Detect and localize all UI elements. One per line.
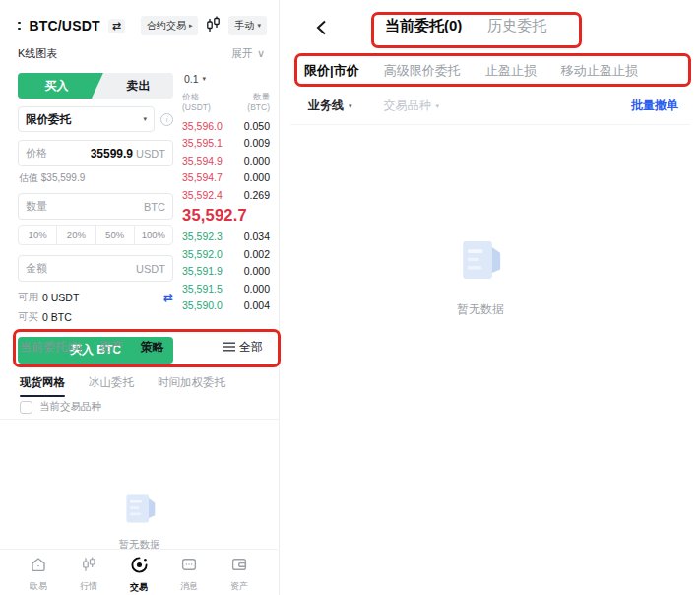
caret-down-icon: ▾	[349, 102, 352, 110]
available-label: 可用	[18, 291, 38, 304]
nav-home-label: 欧易	[30, 580, 47, 593]
tab-current-orders[interactable]: 当前委托(0)	[385, 17, 462, 35]
business-line-label: 业务线	[308, 98, 344, 114]
instrument-label: 交易品种	[384, 98, 431, 114]
can-buy-value: 0 BTC	[42, 311, 72, 323]
caret-down-icon: ▾	[436, 102, 440, 110]
bid-row[interactable]: 35,592.00.002	[182, 245, 270, 263]
percent-10-button[interactable]: 10%	[19, 226, 56, 244]
active-tab-underline	[20, 395, 65, 397]
bid-row[interactable]: 35,592.30.034	[182, 229, 270, 246]
total-unit: USDT	[136, 263, 165, 275]
buy-sell-tabs: 买入 卖出	[18, 73, 173, 99]
instrument-dropdown[interactable]: 交易品种 ▾	[384, 98, 440, 114]
manual-mode-dropdown[interactable]: 手动 ▾	[228, 16, 267, 35]
tab-buy[interactable]: 买入	[18, 73, 103, 99]
empty-doc-icon	[120, 491, 159, 530]
ask-row[interactable]: 35,592.40.269	[182, 186, 270, 204]
empty-state: 暂无数据	[281, 236, 680, 318]
empty-doc-icon	[455, 236, 506, 288]
all-filter-button[interactable]: 全部	[223, 339, 263, 356]
menu-icon[interactable]	[18, 22, 21, 30]
total-field[interactable]: 金额 USDT	[18, 255, 173, 282]
percent-100-button[interactable]: 100%	[134, 226, 172, 244]
info-icon[interactable]: i	[160, 113, 173, 126]
trade-area: 买入 卖出 限价委托 ▾ i 价格 35599.9 USDT	[18, 73, 270, 364]
tab-strategy[interactable]: 策略	[141, 339, 164, 356]
precision-dropdown[interactable]: 0.1 ▾	[182, 73, 270, 85]
order-form: 买入 卖出 限价委托 ▾ i 价格 35599.9 USDT	[18, 73, 173, 364]
all-filter-label: 全部	[239, 339, 263, 356]
asks-list: 35,596.00.050 35,595.10.009 35,594.90.00…	[182, 117, 270, 204]
checkbox-label: 当前交易品种	[39, 400, 101, 414]
nav-home[interactable]: 欧易	[22, 556, 55, 595]
tab-history-orders[interactable]: 历史委托	[487, 17, 546, 35]
tab-spot-grid[interactable]: 现货网格	[20, 375, 65, 397]
nav-trade[interactable]: 交易	[122, 556, 156, 595]
tab-iceberg[interactable]: 冰山委托	[89, 375, 134, 397]
contract-trade-label: 合约交易	[147, 19, 186, 33]
kline-label: K线图表	[18, 46, 57, 61]
order-type-tabs: 限价|市价 高级限价委托 止盈止损 移动止盈止损	[304, 62, 638, 80]
chevron-down-icon: ∨	[257, 47, 265, 60]
orders-panel: 当前委托(0) 历史委托 限价|市价 高级限价委托 止盈止损 移动止盈止损 业务…	[281, 0, 700, 595]
tab-sell[interactable]: 卖出	[103, 73, 173, 99]
candlestick-icon[interactable]	[206, 16, 221, 36]
trading-app: BTC/USDT ⇄ 合约交易 ▸ 手动 ▾ K线图表 展开 ∨	[0, 0, 700, 595]
total-label: 金额	[26, 261, 47, 276]
batch-cancel-button[interactable]: 批量撤单	[631, 98, 678, 114]
last-price[interactable]: 35,592.7	[182, 206, 270, 225]
nav-assets[interactable]: 资产	[223, 556, 256, 595]
checkbox-unchecked[interactable]	[20, 401, 32, 414]
expand-chart-button[interactable]: 展开 ∨	[231, 46, 265, 61]
caret-down-icon: ▾	[257, 22, 261, 30]
swap-pair-icon[interactable]: ⇄	[108, 19, 125, 33]
divider	[290, 124, 690, 125]
tab-assets[interactable]: 资产	[99, 339, 123, 356]
ask-row[interactable]: 35,596.00.050	[182, 117, 270, 135]
divider	[0, 419, 279, 420]
amount-field[interactable]: 数量 BTC	[18, 193, 173, 220]
buy-tab-label: 买入	[44, 78, 76, 95]
bid-row[interactable]: 35,590.00.004	[182, 298, 270, 315]
price-field[interactable]: 价格 35599.9 USDT	[18, 140, 173, 166]
tab-twap[interactable]: 时间加权委托	[158, 375, 225, 397]
home-icon	[30, 556, 47, 577]
estimated-value: 估值 $35,599.9	[18, 171, 173, 185]
nav-trade-label: 交易	[130, 581, 148, 594]
percent-20-button[interactable]: 20%	[56, 226, 95, 244]
nav-messages[interactable]: 消息	[172, 556, 206, 595]
nav-markets[interactable]: 行情	[72, 556, 105, 595]
ask-row[interactable]: 35,594.70.000	[182, 169, 270, 187]
tab-advanced-limit[interactable]: 高级限价委托	[384, 62, 461, 80]
markets-icon	[80, 556, 97, 577]
tab-limit-market[interactable]: 限价|市价	[304, 62, 359, 80]
chevron-right-icon: ▸	[189, 22, 193, 30]
business-line-dropdown[interactable]: 业务线 ▾	[308, 98, 352, 114]
precision-value: 0.1	[184, 73, 199, 85]
can-buy-row: 可买 0 BTC	[18, 310, 173, 324]
transfer-icon[interactable]: ⇄	[163, 291, 173, 304]
bid-row[interactable]: 35,591.50.000	[182, 280, 270, 298]
pair-title[interactable]: BTC/USDT	[29, 18, 99, 33]
amount-label: 数量	[26, 199, 47, 214]
percent-50-button[interactable]: 50%	[95, 226, 134, 244]
percent-buttons: 10% 20% 50% 100%	[18, 225, 173, 245]
price-unit: USDT	[136, 148, 165, 160]
caret-down-icon: ▾	[203, 75, 207, 83]
tab-current-orders[interactable]: 当前委托(0)	[20, 339, 82, 356]
left-trade-panel: BTC/USDT ⇄ 合约交易 ▸ 手动 ▾ K线图表 展开 ∨	[0, 0, 280, 595]
amount-unit: BTC	[144, 201, 165, 213]
bottom-navigation: 欧易 行情 交易 消息 资产	[0, 549, 278, 595]
contract-trade-button[interactable]: 合约交易 ▸	[141, 16, 199, 35]
can-buy-label: 可买	[18, 310, 38, 324]
back-icon[interactable]	[316, 20, 327, 39]
ask-row[interactable]: 35,594.90.000	[182, 152, 270, 169]
tab-stop-order[interactable]: 止盈止损	[485, 62, 537, 80]
bid-row[interactable]: 35,591.90.000	[182, 263, 270, 281]
order-book-header: 价格(USDT) 数量(BTC)	[182, 92, 270, 113]
order-type-select[interactable]: 限价委托 ▾	[18, 106, 155, 132]
bids-list: 35,592.30.034 35,592.00.002 35,591.90.00…	[182, 229, 270, 315]
ask-row[interactable]: 35,595.10.009	[182, 135, 270, 153]
tab-trailing-stop[interactable]: 移动止盈止损	[561, 62, 638, 80]
